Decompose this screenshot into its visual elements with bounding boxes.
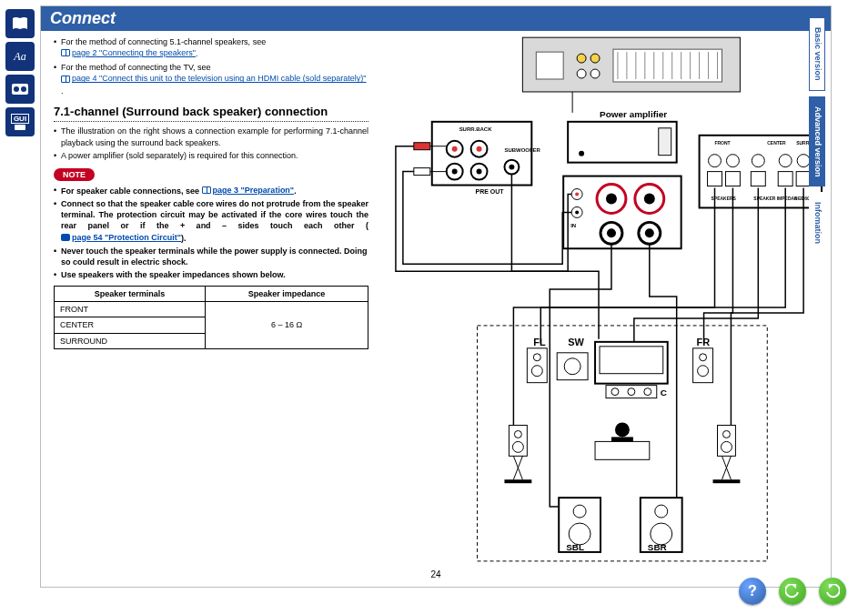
subheading: 7.1-channel (Surround back speaker) conn… (54, 104, 368, 123)
nav-icon-toc[interactable] (5, 9, 35, 38)
tab-basic[interactable]: Basic version (809, 17, 825, 91)
svg-point-101 (512, 441, 523, 452)
svg-point-82 (531, 366, 542, 377)
svg-point-31 (452, 169, 458, 175)
link-page54[interactable]: page 54 "Protection Circuit" (61, 232, 181, 243)
note-bullet: Use speakers with the speaker impedances… (54, 269, 368, 280)
svg-point-100 (514, 430, 521, 438)
svg-rect-65 (708, 172, 722, 186)
svg-rect-5 (536, 52, 563, 79)
svg-point-94 (698, 366, 709, 377)
intro-bullet: For the method of connecting 5.1-channel… (54, 36, 368, 59)
page-title: Connect (41, 6, 831, 31)
svg-text:FR: FR (697, 337, 711, 347)
svg-point-117 (655, 505, 668, 518)
svg-point-54 (644, 194, 655, 205)
svg-point-70 (797, 155, 810, 167)
connection-diagram: SURR.BACK SUBWOOFER PRE OUT (378, 31, 831, 584)
intro-bullet: For the method of connecting the TV, see… (54, 62, 368, 96)
nav-icon-glossary[interactable]: Aa (5, 42, 35, 71)
link-page3[interactable]: page 3 "Preparation" (202, 185, 295, 196)
svg-point-90 (644, 388, 651, 396)
text-column: For the method of connecting 5.1-channel… (41, 31, 378, 584)
page-frame: Connect For the method of connecting 5.1… (40, 5, 832, 588)
svg-point-43 (579, 151, 584, 156)
sub-bullet: A power amplifier (sold separately) is r… (54, 150, 368, 161)
svg-text:PRE OUT: PRE OUT (476, 189, 505, 196)
page-number: 24 (430, 569, 440, 579)
sub-bullet: The illustration on the right shows a co… (54, 126, 368, 147)
note-bullet: For speaker cable connections, see page … (54, 185, 368, 196)
link-page2[interactable]: page 2 "Connecting the speakers" (61, 47, 196, 58)
svg-point-81 (533, 354, 540, 361)
link-page4[interactable]: page 4 "Connect this unit to the televis… (61, 73, 367, 84)
svg-text:SW: SW (568, 337, 584, 347)
svg-rect-86 (600, 347, 663, 374)
svg-text:SBL: SBL (566, 542, 584, 552)
book-icon (202, 186, 211, 194)
svg-text:SBR: SBR (648, 542, 667, 552)
svg-point-88 (611, 388, 619, 396)
svg-point-64 (726, 155, 739, 167)
svg-text:SUBWOOFER: SUBWOOFER (504, 147, 540, 153)
svg-text:FRONT: FRONT (715, 140, 731, 146)
svg-rect-44 (659, 128, 671, 156)
svg-point-84 (564, 358, 580, 375)
svg-rect-66 (725, 172, 740, 186)
svg-rect-40 (414, 168, 430, 176)
nav-icon-movies[interactable] (5, 75, 35, 104)
svg-text:SURR.BACK: SURR.BACK (459, 126, 493, 132)
svg-point-113 (573, 505, 586, 518)
svg-point-58 (645, 228, 654, 237)
svg-text:C: C (661, 388, 667, 398)
svg-point-47 (575, 193, 579, 196)
svg-rect-104 (504, 479, 531, 483)
impedance-table: Speaker terminalsSpeaker impedance FRONT… (54, 286, 368, 349)
svg-point-27 (452, 146, 458, 152)
svg-text:CENTER: CENTER (767, 140, 786, 146)
note-badge: NOTE (54, 168, 95, 181)
svg-point-9 (590, 69, 600, 78)
svg-rect-97 (595, 441, 650, 459)
svg-point-2 (21, 86, 26, 92)
svg-rect-10 (613, 49, 722, 82)
svg-point-36 (509, 165, 514, 170)
next-page-button[interactable] (819, 578, 846, 605)
svg-point-33 (477, 169, 482, 175)
svg-point-49 (575, 210, 579, 214)
tab-information[interactable]: Infomation (809, 192, 825, 254)
prev-page-button[interactable] (779, 578, 806, 605)
amp-label: Power amplifier (600, 109, 667, 119)
svg-point-7 (590, 54, 600, 63)
svg-point-56 (607, 228, 616, 237)
svg-rect-38 (414, 143, 430, 150)
svg-rect-111 (713, 479, 741, 483)
svg-point-107 (722, 430, 730, 438)
svg-point-69 (779, 155, 792, 167)
svg-text:IN: IN (570, 223, 576, 228)
book-icon (61, 49, 70, 56)
svg-rect-71 (778, 172, 792, 186)
svg-point-67 (752, 155, 764, 167)
svg-rect-68 (751, 172, 765, 186)
svg-point-52 (606, 194, 617, 205)
svg-point-89 (628, 388, 635, 396)
svg-point-93 (700, 354, 707, 361)
svg-point-95 (615, 422, 630, 437)
help-button[interactable]: ? (739, 578, 766, 605)
nav-icon-gui[interactable]: GUI (5, 107, 35, 136)
svg-rect-3 (15, 125, 25, 130)
svg-point-8 (577, 69, 586, 78)
svg-point-63 (709, 155, 722, 167)
svg-point-108 (721, 441, 732, 452)
hand-icon (61, 234, 70, 241)
book-icon (61, 75, 70, 83)
svg-point-29 (477, 146, 482, 152)
tab-advanced[interactable]: Advanced version (809, 96, 825, 187)
svg-point-1 (14, 86, 19, 92)
note-bullet: Never touch the speaker terminals while … (54, 246, 368, 267)
svg-text:FL: FL (533, 337, 546, 347)
note-bullet: Connect so that the speaker cable core w… (54, 198, 368, 244)
svg-point-6 (577, 54, 586, 63)
